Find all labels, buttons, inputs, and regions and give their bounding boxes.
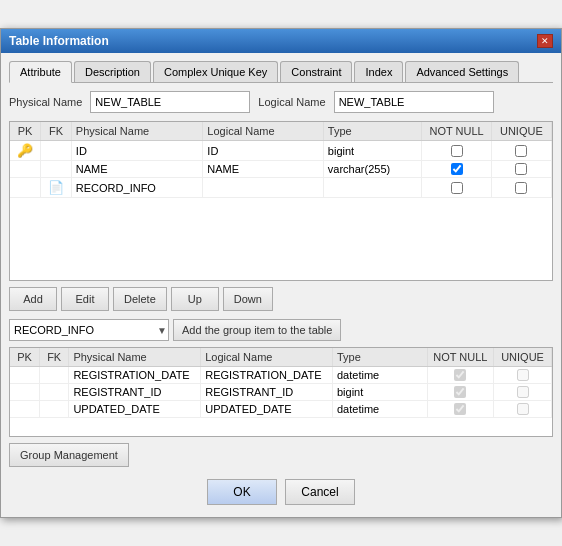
cancel-button[interactable]: Cancel <box>285 479 355 505</box>
group-select[interactable]: RECORD_INFO <box>9 319 169 341</box>
logical-name-cell: NAME <box>203 161 324 178</box>
sub-logical-cell: REGISTRATION_DATE <box>201 367 333 384</box>
table-row[interactable]: REGISTRANT_ID REGISTRANT_ID bigint <box>10 384 552 401</box>
col-header-fk: FK <box>41 122 72 141</box>
sub-col-header-unique: UNIQUE <box>494 348 552 367</box>
table-row[interactable]: 📄 RECORD_INFO <box>10 178 552 198</box>
physical-name-cell: ID <box>71 141 202 161</box>
add-button[interactable]: Add <box>9 287 57 311</box>
sub-unique-cell <box>494 367 552 384</box>
sub-col-header-notnull: NOT NULL <box>427 348 493 367</box>
sub-pk-cell <box>10 367 39 384</box>
up-button[interactable]: Up <box>171 287 219 311</box>
bottom-buttons-row: OK Cancel <box>9 473 553 509</box>
notnull-cell <box>422 141 491 161</box>
title-bar-controls: ✕ <box>537 34 553 48</box>
pk-cell <box>10 178 41 198</box>
notnull-checkbox[interactable] <box>451 145 463 157</box>
sub-col-header-pk: PK <box>10 348 39 367</box>
table-row[interactable]: REGISTRATION_DATE REGISTRATION_DATE date… <box>10 367 552 384</box>
unique-cell <box>491 141 551 161</box>
group-management-row: Group Management <box>9 443 553 467</box>
sub-notnull-checkbox[interactable] <box>454 369 466 381</box>
unique-checkbox[interactable] <box>515 182 527 194</box>
sub-type-cell: datetime <box>333 401 428 418</box>
sub-col-header-type: Type <box>333 348 428 367</box>
fk-cell <box>41 141 72 161</box>
sub-notnull-checkbox[interactable] <box>454 386 466 398</box>
down-button[interactable]: Down <box>223 287 273 311</box>
physical-name-cell: NAME <box>71 161 202 178</box>
sub-col-header-physical: Physical Name <box>69 348 201 367</box>
notnull-cell <box>422 178 491 198</box>
close-button[interactable]: ✕ <box>537 34 553 48</box>
sub-logical-cell: REGISTRANT_ID <box>201 384 333 401</box>
logical-name-label: Logical Name <box>258 96 325 108</box>
sub-unique-checkbox[interactable] <box>517 369 529 381</box>
col-header-pk: PK <box>10 122 41 141</box>
table-row[interactable]: UPDATED_DATE UPDATED_DATE datetime <box>10 401 552 418</box>
action-buttons-row: Add Edit Delete Up Down <box>9 287 553 311</box>
col-header-type: Type <box>323 122 422 141</box>
col-header-physical: Physical Name <box>71 122 202 141</box>
sub-unique-cell <box>494 401 552 418</box>
tab-advanced-settings[interactable]: Advanced Settings <box>405 61 519 82</box>
table-row[interactable]: NAME NAME varchar(255) <box>10 161 552 178</box>
title-bar: Table Information ✕ <box>1 29 561 53</box>
type-cell: varchar(255) <box>323 161 422 178</box>
sub-type-cell: datetime <box>333 367 428 384</box>
unique-checkbox[interactable] <box>515 145 527 157</box>
name-fields-row: Physical Name Logical Name <box>9 91 553 113</box>
tab-complex-unique-key[interactable]: Complex Unique Key <box>153 61 278 82</box>
tab-constraint[interactable]: Constraint <box>280 61 352 82</box>
sub-logical-cell: UPDATED_DATE <box>201 401 333 418</box>
pk-cell <box>10 161 41 178</box>
window-body: Attribute Description Complex Unique Key… <box>1 53 561 517</box>
sub-fk-cell <box>39 384 68 401</box>
physical-name-label: Physical Name <box>9 96 82 108</box>
group-add-button[interactable]: Add the group item to the table <box>173 319 341 341</box>
sub-unique-checkbox[interactable] <box>517 403 529 415</box>
sub-physical-cell: REGISTRANT_ID <box>69 384 201 401</box>
logical-name-input[interactable] <box>334 91 494 113</box>
key-icon: 🔑 <box>17 143 33 158</box>
logical-name-cell <box>203 178 324 198</box>
sub-attribute-table: PK FK Physical Name Logical Name Type NO… <box>10 348 552 418</box>
fk-cell <box>41 161 72 178</box>
tab-description[interactable]: Description <box>74 61 151 82</box>
ok-button[interactable]: OK <box>207 479 277 505</box>
sub-fk-cell <box>39 401 68 418</box>
notnull-cell <box>422 161 491 178</box>
col-header-notnull: NOT NULL <box>422 122 491 141</box>
unique-checkbox[interactable] <box>515 163 527 175</box>
physical-name-input[interactable] <box>90 91 250 113</box>
notnull-checkbox[interactable] <box>451 182 463 194</box>
sub-physical-cell: UPDATED_DATE <box>69 401 201 418</box>
sub-notnull-cell <box>427 384 493 401</box>
sub-col-header-logical: Logical Name <box>201 348 333 367</box>
delete-button[interactable]: Delete <box>113 287 167 311</box>
pk-cell: 🔑 <box>10 141 41 161</box>
unique-cell <box>491 178 551 198</box>
tab-attribute[interactable]: Attribute <box>9 61 72 83</box>
table-row[interactable]: 🔑 ID ID bigint <box>10 141 552 161</box>
sub-notnull-checkbox[interactable] <box>454 403 466 415</box>
group-management-button[interactable]: Group Management <box>9 443 129 467</box>
type-cell <box>323 178 422 198</box>
window-title: Table Information <box>9 34 109 48</box>
sub-col-header-fk: FK <box>39 348 68 367</box>
sub-unique-checkbox[interactable] <box>517 386 529 398</box>
sub-type-cell: bigint <box>333 384 428 401</box>
sub-notnull-cell <box>427 367 493 384</box>
tab-index[interactable]: Index <box>354 61 403 82</box>
sub-fk-cell <box>39 367 68 384</box>
sub-physical-cell: REGISTRATION_DATE <box>69 367 201 384</box>
physical-name-cell: RECORD_INFO <box>71 178 202 198</box>
edit-button[interactable]: Edit <box>61 287 109 311</box>
type-cell: bigint <box>323 141 422 161</box>
unique-cell <box>491 161 551 178</box>
table-information-window: Table Information ✕ Attribute Descriptio… <box>0 28 562 518</box>
notnull-checkbox[interactable] <box>451 163 463 175</box>
main-attribute-table-container: PK FK Physical Name Logical Name Type NO… <box>9 121 553 281</box>
main-attribute-table: PK FK Physical Name Logical Name Type NO… <box>10 122 552 198</box>
